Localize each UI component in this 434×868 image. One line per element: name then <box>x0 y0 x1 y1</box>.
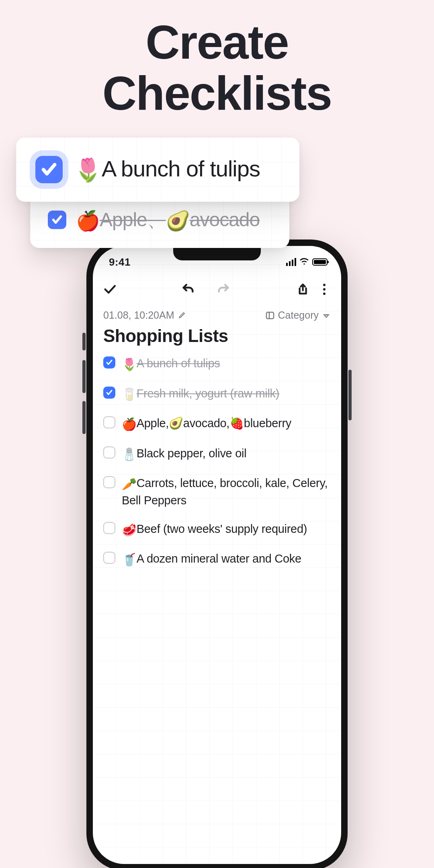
checkbox-checked-icon[interactable] <box>103 387 115 399</box>
phone-notch <box>173 246 261 260</box>
list-item-label: A bunch of tulips <box>137 357 220 370</box>
timestamp-label: 01.08, 10:20AM <box>103 309 174 321</box>
note-title[interactable]: Shopping Lists <box>103 326 331 346</box>
category-label: Category <box>278 309 319 321</box>
list-item[interactable]: 🍎Apple,🥑avocado,🍓blueberry <box>103 416 331 433</box>
list-item-label: Apple,🥑avocado,🍓blueberry <box>137 417 291 430</box>
item-emoji-icon: 🥕 <box>122 476 137 493</box>
undo-icon[interactable] <box>180 281 196 297</box>
headline-line-1: Create <box>0 17 434 68</box>
redo-icon[interactable] <box>215 281 231 297</box>
checkbox-checked-icon[interactable] <box>48 211 66 229</box>
note-timestamp[interactable]: 01.08, 10:20AM <box>103 309 186 321</box>
list-item-text: 🧂Black pepper, olive oil <box>122 446 246 463</box>
apple-emoji-icon: 🍎 <box>76 209 100 232</box>
phone-mockup: 9:41 <box>86 240 348 868</box>
checkbox-checked-icon[interactable] <box>35 156 63 183</box>
list-item-text: 🥩Beef (two weeks' supply required) <box>122 521 307 538</box>
status-time: 9:41 <box>109 256 131 268</box>
item-emoji-icon: 🧂 <box>122 446 137 463</box>
checklist-items: 🌷A bunch of tulips🥛Fresh milk, yogurt (r… <box>103 356 331 568</box>
list-item-label: Black pepper, olive oil <box>137 447 247 460</box>
edit-pencil-icon[interactable] <box>178 309 186 321</box>
item-emoji-icon: 🥤 <box>122 552 137 568</box>
done-checkmark-icon[interactable] <box>102 281 118 297</box>
category-split-icon <box>265 311 275 320</box>
app-toolbar <box>93 269 341 302</box>
share-icon[interactable] <box>294 281 310 297</box>
note-meta-row: 01.08, 10:20AM Category <box>103 309 331 321</box>
battery-icon <box>312 258 328 266</box>
more-menu-icon[interactable] <box>316 281 332 297</box>
list-item[interactable]: 🥛Fresh milk, yogurt (raw milk) <box>103 386 331 403</box>
tulip-emoji-icon: 🌷 <box>74 157 102 183</box>
headline-line-2: Checklists <box>0 68 434 119</box>
item-emoji-icon: 🌷 <box>122 356 137 373</box>
item-emoji-icon: 🍎 <box>122 416 137 433</box>
preview-back-text: 🍎Apple、🥑avocado <box>76 207 260 233</box>
list-item[interactable]: 🌷A bunch of tulips <box>103 356 331 373</box>
list-item-label: Carrots, lettuce, broccoli, kale, Celery… <box>122 477 328 507</box>
checkbox-unchecked-icon[interactable] <box>103 416 115 428</box>
avocado-emoji-icon: 🥑 <box>166 209 190 232</box>
list-item-text: 🥛Fresh milk, yogurt (raw milk) <box>122 386 279 403</box>
note-area: 01.08, 10:20AM Category <box>93 309 341 864</box>
item-emoji-icon: 🥛 <box>122 387 137 403</box>
list-item-text: 🌷A bunch of tulips <box>122 356 220 373</box>
side-button <box>82 360 86 393</box>
side-button <box>348 370 352 420</box>
preview-front-text: 🌷A bunch of tulips <box>74 156 260 183</box>
checkbox-unchecked-icon[interactable] <box>103 476 115 488</box>
page-headline: Create Checklists <box>0 0 434 119</box>
list-item-label: A dozen mineral water and Coke <box>137 552 301 565</box>
svg-rect-0 <box>266 312 274 319</box>
list-item[interactable]: 🥤A dozen mineral water and Coke <box>103 551 331 568</box>
list-item-label: Beef (two weeks' supply required) <box>137 522 307 535</box>
list-item[interactable]: 🥕Carrots, lettuce, broccoli, kale, Celer… <box>103 475 331 508</box>
chevron-down-icon <box>322 311 331 320</box>
side-button <box>82 333 86 350</box>
list-item-text: 🍎Apple,🥑avocado,🍓blueberry <box>122 416 291 433</box>
checkbox-unchecked-icon[interactable] <box>103 446 115 459</box>
preview-card-front: 🌷A bunch of tulips <box>16 137 299 202</box>
checkbox-unchecked-icon[interactable] <box>103 552 115 564</box>
checkbox-unchecked-icon[interactable] <box>103 522 115 534</box>
list-item[interactable]: 🧂Black pepper, olive oil <box>103 446 331 463</box>
item-emoji-icon: 🥩 <box>122 522 137 538</box>
checkbox-checked-icon[interactable] <box>103 356 115 368</box>
side-button <box>82 401 86 434</box>
list-item-label: Fresh milk, yogurt (raw milk) <box>137 387 279 400</box>
list-item[interactable]: 🥩Beef (two weeks' supply required) <box>103 521 331 538</box>
wifi-icon <box>299 256 309 268</box>
list-item-text: 🥕Carrots, lettuce, broccoli, kale, Celer… <box>122 475 331 508</box>
cellular-signal-icon <box>286 258 297 266</box>
category-selector[interactable]: Category <box>265 309 331 321</box>
list-item-text: 🥤A dozen mineral water and Coke <box>122 551 301 568</box>
